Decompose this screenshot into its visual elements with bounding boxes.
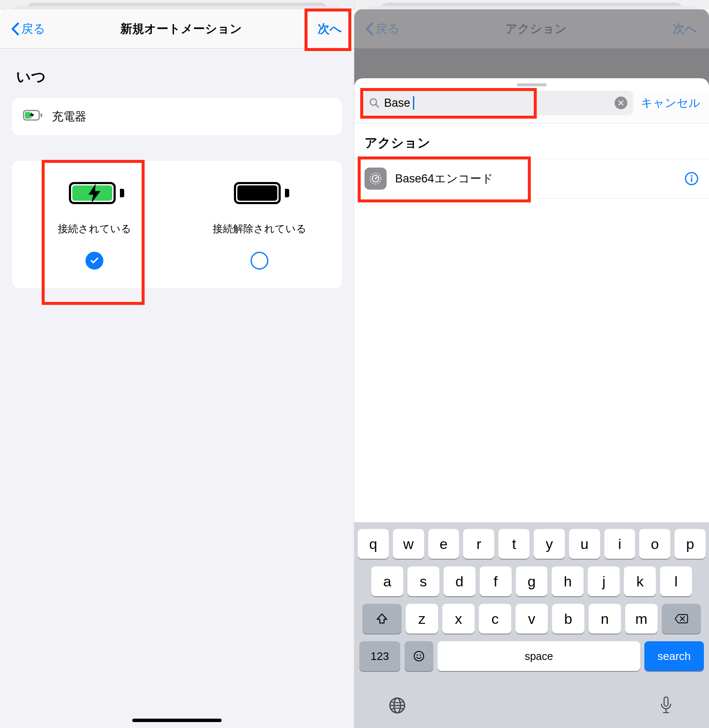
svg-point-13 <box>417 654 418 656</box>
key-t[interactable]: t <box>498 529 530 559</box>
option-disconnected-label: 接続解除されている <box>213 222 307 236</box>
search-value: Base <box>384 97 410 110</box>
globe-icon[interactable] <box>387 696 407 715</box>
battery-charging-icon <box>23 109 43 124</box>
key-h[interactable]: h <box>552 566 584 596</box>
gear-icon <box>364 168 387 190</box>
svg-line-8 <box>376 177 378 179</box>
shift-icon <box>375 612 389 625</box>
svg-line-4 <box>376 104 379 107</box>
radio-checked <box>85 252 103 270</box>
back-button[interactable]: 戻る <box>11 21 46 37</box>
keyboard-row-4: 123 space search <box>358 641 706 671</box>
action-search-sheet: Base キャンセル アクション Base64エンコード q w <box>354 78 709 728</box>
mic-icon[interactable] <box>656 696 676 715</box>
svg-point-10 <box>691 175 692 177</box>
key-d[interactable]: d <box>444 566 476 596</box>
keyboard: q w e r t y u i o p a s d f g h j k l <box>354 522 709 728</box>
actions-section-label: アクション <box>354 123 709 159</box>
sheet-stack-hint <box>0 0 354 10</box>
key-l[interactable]: l <box>660 566 692 596</box>
key-r[interactable]: r <box>463 529 494 559</box>
option-disconnected[interactable]: 接続解除されている <box>177 173 342 270</box>
keyboard-row-2: a s d f g h j k l <box>358 566 706 596</box>
next-button[interactable]: 次へ <box>317 17 343 40</box>
cancel-search-button[interactable]: キャンセル <box>641 95 700 111</box>
search-row: Base キャンセル <box>354 91 709 123</box>
page-title: 新規オートメーション <box>120 21 242 37</box>
key-shift[interactable] <box>362 604 401 634</box>
info-icon[interactable] <box>684 171 699 186</box>
new-automation-screen: 戻る 新規オートメーション 次へ いつ 充電器 <box>0 0 354 728</box>
option-connected-label: 接続されている <box>58 222 131 236</box>
action-picker-screen: 戻る アクション 次へ Base キャンセル アクション <box>354 0 709 728</box>
key-y[interactable]: y <box>534 529 565 559</box>
key-backspace[interactable] <box>662 604 701 634</box>
content-area: いつ 充電器 <box>0 48 354 728</box>
sheet-grabber[interactable] <box>517 83 547 86</box>
key-space[interactable]: space <box>438 641 640 671</box>
key-e[interactable]: e <box>428 529 459 559</box>
key-q[interactable]: q <box>358 529 389 559</box>
home-indicator[interactable] <box>132 719 222 722</box>
key-n[interactable]: n <box>589 604 621 634</box>
keyboard-footer <box>358 679 706 728</box>
svg-point-14 <box>420 654 421 656</box>
key-u[interactable]: u <box>569 529 600 559</box>
key-k[interactable]: k <box>624 566 656 596</box>
emoji-icon <box>413 650 425 663</box>
battery-full-icon <box>234 182 285 206</box>
key-a[interactable]: a <box>371 566 403 596</box>
navbar: 戻る 新規オートメーション 次へ <box>0 9 354 48</box>
key-m[interactable]: m <box>625 604 658 634</box>
search-icon <box>369 97 380 108</box>
close-icon <box>618 100 624 106</box>
trigger-label: 充電器 <box>52 109 86 124</box>
trigger-charger-row[interactable]: 充電器 <box>12 98 342 135</box>
sheet-stack-hint <box>354 0 709 10</box>
key-v[interactable]: v <box>515 604 548 634</box>
key-o[interactable]: o <box>639 529 670 559</box>
key-f[interactable]: f <box>480 566 512 596</box>
key-b[interactable]: b <box>552 604 584 634</box>
svg-rect-18 <box>664 697 668 706</box>
key-j[interactable]: j <box>588 566 620 596</box>
search-field[interactable]: Base <box>363 91 633 115</box>
keyboard-row-3: z x c v b n m <box>358 604 706 634</box>
chevron-left-icon <box>11 22 20 36</box>
key-w[interactable]: w <box>393 529 424 559</box>
key-p[interactable]: p <box>675 529 706 559</box>
battery-charging-full-icon <box>69 182 120 206</box>
when-section-label: いつ <box>16 67 342 87</box>
nav-dim-overlay <box>354 9 709 48</box>
key-g[interactable]: g <box>516 566 548 596</box>
option-connected[interactable]: 接続されている <box>12 173 177 270</box>
key-s[interactable]: s <box>407 566 439 596</box>
key-c[interactable]: c <box>479 604 511 634</box>
radio-unchecked <box>251 252 268 270</box>
key-i[interactable]: i <box>604 529 635 559</box>
action-label: Base64エンコード <box>395 171 493 186</box>
text-cursor <box>413 96 414 110</box>
svg-rect-11 <box>691 177 692 182</box>
keyboard-row-1: q w e r t y u i o p <box>358 529 706 559</box>
key-z[interactable]: z <box>406 604 438 634</box>
key-x[interactable]: x <box>442 604 475 634</box>
trigger-card: 充電器 <box>12 98 342 135</box>
clear-search-button[interactable] <box>615 97 627 109</box>
svg-point-12 <box>414 651 424 661</box>
key-emoji[interactable] <box>404 641 433 671</box>
svg-rect-1 <box>40 113 42 117</box>
action-base64-encode[interactable]: Base64エンコード <box>354 159 709 199</box>
key-numbers[interactable]: 123 <box>359 641 400 671</box>
charger-options-card: 接続されている 接続解除されている <box>12 161 342 288</box>
backspace-icon <box>674 612 689 625</box>
back-label: 戻る <box>21 21 46 37</box>
key-search[interactable]: search <box>644 641 704 671</box>
